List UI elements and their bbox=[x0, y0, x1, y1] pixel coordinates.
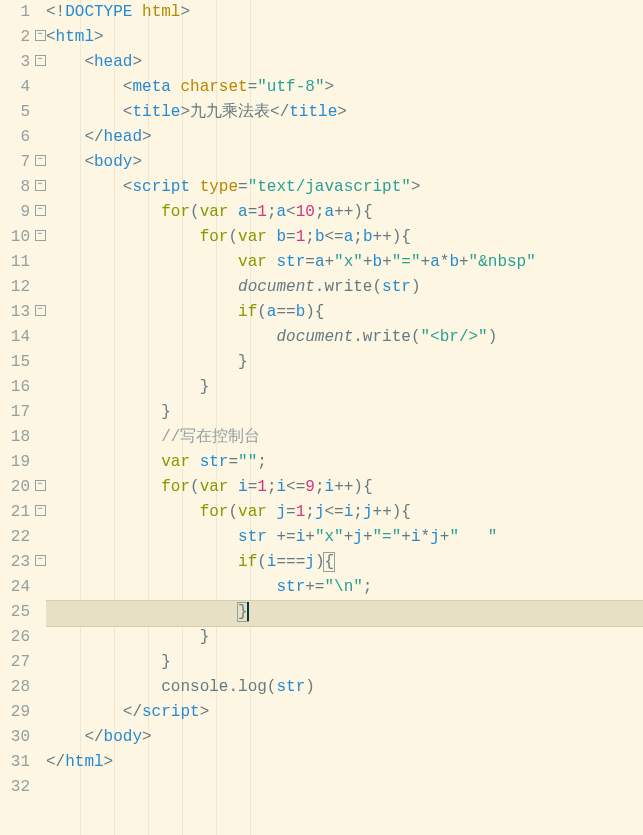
code-line[interactable]: if(a==b){ bbox=[46, 300, 643, 325]
code-line[interactable]: str +=i+"x"+j+"="+i*j+" " bbox=[46, 525, 643, 550]
code-line[interactable]: var str=a+"x"+b+"="+a*b+"&nbsp" bbox=[46, 250, 643, 275]
code-area[interactable]: <!DOCTYPE html><html> <head> <meta chars… bbox=[46, 0, 643, 835]
code-line[interactable] bbox=[46, 775, 643, 800]
code-line[interactable]: </body> bbox=[46, 725, 643, 750]
collapse-icon[interactable]: − bbox=[35, 555, 46, 566]
code-line[interactable]: <html> bbox=[46, 25, 643, 50]
fold-marker bbox=[34, 600, 46, 625]
fold-marker bbox=[34, 125, 46, 150]
code-line[interactable]: for(var a=1;a<10;a++){ bbox=[46, 200, 643, 225]
line-number: 16 bbox=[0, 375, 30, 400]
fold-marker bbox=[34, 425, 46, 450]
fold-marker bbox=[34, 75, 46, 100]
line-number: 17 bbox=[0, 400, 30, 425]
fold-marker bbox=[34, 325, 46, 350]
code-line[interactable]: } bbox=[46, 625, 643, 650]
line-number: 6 bbox=[0, 125, 30, 150]
collapse-icon[interactable]: − bbox=[35, 505, 46, 516]
code-line[interactable]: document.write(str) bbox=[46, 275, 643, 300]
code-line[interactable]: } bbox=[46, 650, 643, 675]
line-number: 25 bbox=[0, 600, 30, 625]
code-line[interactable]: var str=""; bbox=[46, 450, 643, 475]
fold-marker[interactable]: − bbox=[34, 300, 46, 325]
line-number: 13 bbox=[0, 300, 30, 325]
line-number: 9 bbox=[0, 200, 30, 225]
line-number: 7 bbox=[0, 150, 30, 175]
fold-marker bbox=[34, 375, 46, 400]
fold-marker[interactable]: − bbox=[34, 25, 46, 50]
code-line[interactable]: <body> bbox=[46, 150, 643, 175]
code-editor[interactable]: 1234567891011121314151617181920212223242… bbox=[0, 0, 643, 835]
line-number: 29 bbox=[0, 700, 30, 725]
line-number: 1 bbox=[0, 0, 30, 25]
line-number: 11 bbox=[0, 250, 30, 275]
fold-marker bbox=[34, 400, 46, 425]
fold-marker[interactable]: − bbox=[34, 225, 46, 250]
code-line[interactable]: for(var b=1;b<=a;b++){ bbox=[46, 225, 643, 250]
code-line[interactable]: </script> bbox=[46, 700, 643, 725]
line-number: 19 bbox=[0, 450, 30, 475]
fold-marker bbox=[34, 250, 46, 275]
fold-marker[interactable]: − bbox=[34, 175, 46, 200]
line-number: 28 bbox=[0, 675, 30, 700]
line-number: 8 bbox=[0, 175, 30, 200]
code-line[interactable]: <title>九九乘法表</title> bbox=[46, 100, 643, 125]
line-number: 32 bbox=[0, 775, 30, 800]
code-line[interactable]: if(i===j){ bbox=[46, 550, 643, 575]
fold-marker bbox=[34, 275, 46, 300]
code-line[interactable]: str+="\n"; bbox=[46, 575, 643, 600]
fold-marker[interactable]: − bbox=[34, 475, 46, 500]
collapse-icon[interactable]: − bbox=[35, 30, 46, 41]
code-line[interactable]: } bbox=[46, 350, 643, 375]
code-line[interactable]: <meta charset="utf-8"> bbox=[46, 75, 643, 100]
code-line[interactable]: </html> bbox=[46, 750, 643, 775]
fold-marker bbox=[34, 700, 46, 725]
collapse-icon[interactable]: − bbox=[35, 55, 46, 66]
code-line[interactable]: } bbox=[46, 600, 643, 625]
line-number: 15 bbox=[0, 350, 30, 375]
collapse-icon[interactable]: − bbox=[35, 480, 46, 491]
line-number: 24 bbox=[0, 575, 30, 600]
collapse-icon[interactable]: − bbox=[35, 230, 46, 241]
collapse-icon[interactable]: − bbox=[35, 180, 46, 191]
fold-marker bbox=[34, 625, 46, 650]
line-number: 31 bbox=[0, 750, 30, 775]
code-line[interactable]: } bbox=[46, 400, 643, 425]
collapse-icon[interactable]: − bbox=[35, 205, 46, 216]
code-line[interactable]: </head> bbox=[46, 125, 643, 150]
line-number: 30 bbox=[0, 725, 30, 750]
line-number: 20 bbox=[0, 475, 30, 500]
code-line[interactable]: //写在控制台 bbox=[46, 425, 643, 450]
line-number: 4 bbox=[0, 75, 30, 100]
line-number: 3 bbox=[0, 50, 30, 75]
code-line[interactable]: document.write("<br/>") bbox=[46, 325, 643, 350]
fold-marker[interactable]: − bbox=[34, 500, 46, 525]
text-cursor bbox=[247, 602, 249, 621]
fold-marker[interactable]: − bbox=[34, 550, 46, 575]
fold-marker bbox=[34, 0, 46, 25]
code-line[interactable]: <!DOCTYPE html> bbox=[46, 0, 643, 25]
code-line[interactable]: } bbox=[46, 375, 643, 400]
fold-marker bbox=[34, 100, 46, 125]
line-number: 22 bbox=[0, 525, 30, 550]
line-number: 10 bbox=[0, 225, 30, 250]
code-line[interactable]: for(var j=1;j<=i;j++){ bbox=[46, 500, 643, 525]
line-number: 27 bbox=[0, 650, 30, 675]
code-line[interactable]: console.log(str) bbox=[46, 675, 643, 700]
code-line[interactable]: <head> bbox=[46, 50, 643, 75]
fold-marker[interactable]: − bbox=[34, 50, 46, 75]
gutter: 1234567891011121314151617181920212223242… bbox=[0, 0, 46, 835]
fold-marker bbox=[34, 750, 46, 775]
line-number: 2 bbox=[0, 25, 30, 50]
collapse-icon[interactable]: − bbox=[35, 305, 46, 316]
fold-marker[interactable]: − bbox=[34, 150, 46, 175]
fold-marker[interactable]: − bbox=[34, 200, 46, 225]
collapse-icon[interactable]: − bbox=[35, 155, 46, 166]
line-number: 26 bbox=[0, 625, 30, 650]
fold-marker bbox=[34, 775, 46, 800]
code-line[interactable]: for(var i=1;i<=9;i++){ bbox=[46, 475, 643, 500]
fold-marker bbox=[34, 650, 46, 675]
code-line[interactable]: <script type="text/javascript"> bbox=[46, 175, 643, 200]
fold-column: −−−−−−−−−− bbox=[34, 0, 46, 835]
line-number: 12 bbox=[0, 275, 30, 300]
